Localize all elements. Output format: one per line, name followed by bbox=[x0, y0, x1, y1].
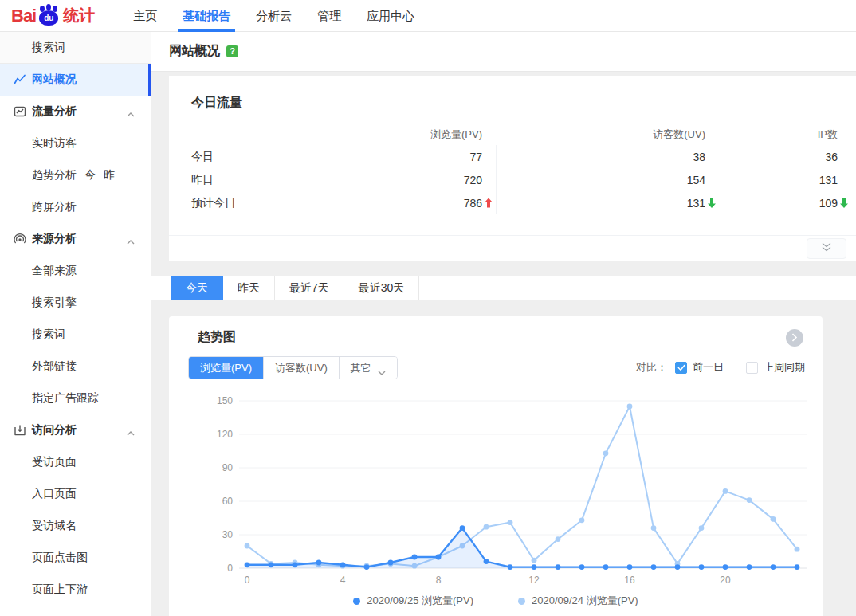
sidebar-item-search-terms-top[interactable]: 搜索词 bbox=[0, 32, 151, 64]
svg-text:30: 30 bbox=[222, 529, 234, 540]
main-nav: 主页 基础报告 分析云 管理 应用中心 bbox=[120, 0, 427, 32]
sidebar-item-page-flow[interactable]: 页面上下游 bbox=[0, 574, 151, 606]
nav-item-home[interactable]: 主页 bbox=[120, 0, 170, 32]
chart-legend: 2020/09/25 浏览量(PV) 2020/09/24 浏览量(PV) bbox=[169, 594, 823, 608]
sidebar-item-visited-domains[interactable]: 受访域名 bbox=[0, 510, 151, 542]
sidebar-group-visit-analysis[interactable]: 访问分析 bbox=[0, 414, 151, 446]
trend-line-chart[interactable]: 0306090120150048121620 bbox=[169, 385, 823, 594]
forecast-pv-value: 786 bbox=[273, 191, 496, 214]
row-label-forecast: 预计今日 bbox=[169, 191, 273, 214]
nav-item-analytics-cloud[interactable]: 分析云 bbox=[243, 0, 304, 32]
source-analysis-icon bbox=[14, 233, 26, 245]
visit-analysis-icon bbox=[14, 424, 26, 437]
page-title: 网站概况 bbox=[169, 43, 220, 60]
svg-text:0: 0 bbox=[227, 563, 233, 574]
range-tab-last-7-days[interactable]: 最近7天 bbox=[275, 276, 344, 300]
down-arrow-icon bbox=[708, 198, 716, 208]
nav-item-basic-reports[interactable]: 基础报告 bbox=[170, 0, 243, 32]
chevron-right-icon bbox=[791, 331, 798, 345]
sidebar-item-realtime-visitors[interactable]: 实时访客 bbox=[0, 128, 151, 159]
metric-button-other[interactable]: 其它 bbox=[339, 357, 397, 379]
sidebar-item-search-engines[interactable]: 搜索引擎 bbox=[0, 287, 151, 319]
today-uv-value: 38 bbox=[496, 145, 724, 168]
metric-button-uv[interactable]: 访客数(UV) bbox=[263, 357, 339, 379]
logo-text-bai: Bai bbox=[11, 6, 36, 26]
down-arrow-icon bbox=[840, 198, 848, 208]
chevron-down-icon bbox=[378, 366, 386, 371]
help-badge[interactable]: ? bbox=[226, 45, 238, 57]
sidebar-item-entry-pages[interactable]: 入口页面 bbox=[0, 478, 151, 510]
checkbox-last-week-unchecked[interactable] bbox=[746, 362, 758, 374]
sidebar-item-site-overview[interactable]: 网站概况 bbox=[0, 64, 151, 96]
svg-text:12: 12 bbox=[528, 575, 540, 586]
metric-button-pv[interactable]: 浏览量(PV) bbox=[189, 357, 263, 379]
trend-yesterday-link[interactable]: 昨 bbox=[104, 168, 115, 182]
today-traffic-card: 今日流量 浏览量(PV) 访客数(UV) IP数 今日 77 38 36 昨日 … bbox=[169, 76, 856, 261]
yesterday-ip-value: 131 bbox=[724, 168, 856, 191]
sidebar-item-all-sources[interactable]: 全部来源 bbox=[0, 255, 151, 287]
traffic-analysis-icon bbox=[14, 105, 26, 118]
range-tab-yesterday[interactable]: 昨天 bbox=[223, 276, 275, 300]
checkbox-previous-day-checked[interactable] bbox=[675, 362, 687, 374]
logo-text-du: du bbox=[37, 14, 61, 22]
legend-item-yesterday-pv[interactable]: 2020/09/24 浏览量(PV) bbox=[518, 594, 638, 608]
sidebar-item-visited-pages[interactable]: 受访页面 bbox=[0, 446, 151, 478]
trend-today-link[interactable]: 今 bbox=[84, 168, 96, 182]
range-tab-last-30-days[interactable]: 最近30天 bbox=[344, 276, 420, 300]
double-chevron-down-icon bbox=[820, 241, 833, 256]
nav-item-manage[interactable]: 管理 bbox=[304, 0, 354, 32]
sidebar-item-ad-tracking[interactable]: 指定广告跟踪 bbox=[0, 383, 151, 414]
column-header-ip: IP数 bbox=[818, 128, 838, 142]
svg-text:90: 90 bbox=[222, 462, 234, 473]
trend-chart-card: 趋势图 浏览量(PV) 访客数(UV) 其它 bbox=[169, 316, 823, 616]
page-header: 网站概况 ? bbox=[151, 32, 856, 72]
today-ip-value: 36 bbox=[724, 145, 856, 168]
compare-option-previous-day[interactable]: 前一日 bbox=[675, 360, 724, 375]
forecast-ip-value: 109 bbox=[724, 191, 856, 214]
legend-dot-today bbox=[353, 598, 360, 605]
compare-option-same-day-last-week[interactable]: 上周同期 bbox=[746, 360, 805, 375]
svg-text:8: 8 bbox=[436, 575, 442, 586]
row-label-yesterday: 昨日 bbox=[169, 168, 273, 191]
svg-text:20: 20 bbox=[720, 575, 731, 586]
svg-text:60: 60 bbox=[222, 496, 234, 507]
baidu-tongji-logo[interactable]: Bai du 统计 bbox=[11, 5, 95, 27]
compare-controls: 对比： 前一日 上周同期 bbox=[636, 360, 805, 375]
trend-chart-title: 趋势图 bbox=[198, 329, 236, 346]
nav-item-app-center[interactable]: 应用中心 bbox=[354, 0, 427, 32]
line-chart-icon bbox=[14, 73, 26, 86]
column-header-pv: 浏览量(PV) bbox=[430, 128, 482, 142]
compare-label: 对比： bbox=[636, 360, 667, 375]
range-tab-today[interactable]: 今天 bbox=[171, 276, 223, 300]
sidebar-group-source-analysis[interactable]: 来源分析 bbox=[0, 223, 151, 255]
chevron-up-icon[interactable] bbox=[127, 235, 135, 241]
svg-text:16: 16 bbox=[624, 575, 635, 586]
today-pv-value: 77 bbox=[273, 145, 496, 168]
sidebar: 搜索词 网站概况 流量分析 实时访客 趋势分析 今 昨 跨屏分析 bbox=[0, 32, 151, 616]
today-traffic-title: 今日流量 bbox=[169, 76, 856, 112]
svg-text:120: 120 bbox=[217, 429, 233, 440]
legend-item-today-pv[interactable]: 2020/09/25 浏览量(PV) bbox=[353, 594, 473, 608]
row-label-today: 今日 bbox=[169, 145, 273, 168]
baidu-paw-icon: du bbox=[37, 5, 61, 27]
next-chart-button[interactable] bbox=[786, 329, 803, 347]
svg-text:4: 4 bbox=[340, 575, 346, 586]
svg-text:0: 0 bbox=[245, 575, 250, 586]
sidebar-item-trend-analysis[interactable]: 趋势分析 今 昨 bbox=[0, 159, 151, 191]
sidebar-item-page-click-map[interactable]: 页面点击图 bbox=[0, 542, 151, 574]
sidebar-item-cross-screen[interactable]: 跨屏分析 bbox=[0, 191, 151, 223]
sidebar-item-search-terms[interactable]: 搜索词 bbox=[0, 319, 151, 351]
column-header-uv: 访客数(UV) bbox=[653, 128, 705, 142]
legend-dot-yesterday bbox=[518, 598, 525, 605]
yesterday-uv-value: 154 bbox=[496, 168, 724, 191]
up-arrow-icon bbox=[485, 198, 493, 208]
expand-card-button[interactable] bbox=[807, 238, 846, 259]
sidebar-group-traffic-analysis[interactable]: 流量分析 bbox=[0, 96, 151, 128]
date-range-tabs: 今天 昨天 最近7天 最近30天 bbox=[151, 276, 856, 300]
chevron-up-icon[interactable] bbox=[127, 108, 135, 114]
sidebar-item-external-links[interactable]: 外部链接 bbox=[0, 351, 151, 383]
today-traffic-footer bbox=[169, 235, 856, 261]
chevron-up-icon[interactable] bbox=[127, 426, 135, 433]
metric-button-group: 浏览量(PV) 访客数(UV) 其它 bbox=[188, 356, 398, 379]
yesterday-pv-value: 720 bbox=[273, 168, 496, 191]
